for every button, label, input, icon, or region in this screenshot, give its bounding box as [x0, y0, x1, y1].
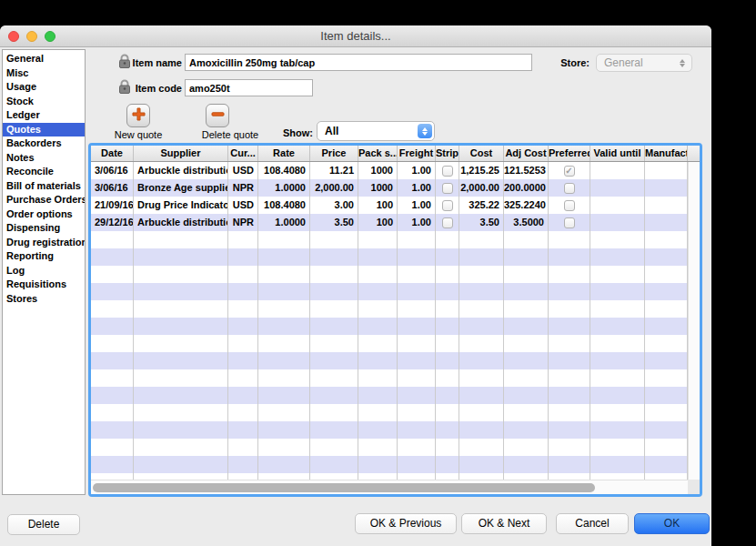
cell-supplier [134, 335, 228, 352]
store-select[interactable]: General [596, 54, 692, 72]
column-header-cur[interactable]: Cur... [228, 146, 258, 161]
column-header-pack[interactable]: Pack s... [358, 146, 398, 161]
cell-valid_until [590, 421, 645, 439]
column-header-price[interactable]: Price [310, 146, 358, 161]
new-quote-button[interactable] [126, 104, 150, 127]
cell-strip [436, 179, 459, 197]
delete-button[interactable]: Delete [7, 514, 80, 535]
horizontal-scrollbar[interactable] [91, 480, 688, 494]
column-header-freight[interactable]: Freight [398, 146, 436, 161]
cell-valid_until [590, 283, 645, 300]
sidebar-item-stores[interactable]: Stores [3, 292, 85, 307]
cell-date [91, 369, 134, 387]
cell-preferred [549, 248, 590, 266]
cell-preferred [549, 439, 590, 456]
cell-valid_until [590, 162, 645, 179]
delete-quote-button[interactable] [206, 104, 229, 127]
sidebar-item-ledger[interactable]: Ledger [3, 108, 85, 123]
sidebar-item-stock[interactable]: Stock [3, 95, 85, 109]
cell-pack [358, 231, 398, 248]
cell-preferred [549, 179, 590, 197]
minimize-window-button[interactable] [26, 31, 37, 42]
cell-valid_until [590, 197, 645, 214]
cell-strip [436, 456, 459, 473]
sidebar-item-notes[interactable]: Notes [3, 151, 85, 166]
preferred-checkbox[interactable]: ✓ [564, 166, 575, 177]
sidebar-item-purchase-orders[interactable]: Purchase Orders [3, 193, 85, 207]
cell-freight [398, 387, 436, 404]
quote-row[interactable]: 29/12/16Arbuckle distributionNPR1.00003.… [91, 214, 688, 231]
sidebar-item-usage[interactable]: Usage [3, 80, 85, 95]
column-header-valid_until[interactable]: Valid until [590, 146, 645, 161]
cell-manufacturer [645, 335, 688, 352]
cancel-button[interactable]: Cancel [556, 513, 629, 534]
quote-row[interactable]: 3/06/16Bronze Age suppliesNPR1.00002,000… [91, 179, 688, 197]
show-filter-select[interactable]: All [317, 121, 435, 141]
cell-supplier: Bronze Age supplies [134, 179, 228, 197]
cell-cur [228, 318, 258, 335]
ok-next-button[interactable]: OK & Next [461, 513, 547, 534]
strip-checkbox[interactable] [442, 217, 453, 228]
cell-pack: 100 [358, 214, 398, 231]
sidebar-item-requisitions[interactable]: Requisitions [3, 278, 85, 292]
cell-price [310, 352, 358, 369]
cell-date [91, 231, 134, 248]
sidebar-item-dispensing[interactable]: Dispensing [3, 221, 85, 236]
horizontal-scrollbar-thumb[interactable] [93, 483, 595, 492]
sidebar-item-reconcile[interactable]: Reconcile [3, 165, 85, 179]
strip-checkbox[interactable] [442, 166, 453, 177]
sidebar-item-reporting[interactable]: Reporting [3, 249, 85, 264]
cell-price: 11.21 [310, 162, 358, 179]
column-header-preferred[interactable]: Preferred [549, 146, 590, 161]
item-code-input[interactable] [185, 79, 313, 96]
ok-button[interactable]: OK [634, 513, 710, 534]
cell-rate [258, 318, 310, 335]
cell-price [310, 248, 358, 266]
cell-adj_cost [504, 456, 549, 473]
strip-checkbox[interactable] [442, 200, 453, 211]
column-header-manufacturer[interactable]: Manufact.. [645, 146, 688, 161]
cell-date [91, 335, 134, 352]
column-header-supplier[interactable]: Supplier [134, 146, 228, 161]
preferred-checkbox[interactable] [564, 200, 575, 211]
column-header-date[interactable]: Date [91, 146, 134, 161]
titlebar[interactable]: Item details... [0, 25, 711, 47]
vertical-scrollbar[interactable] [688, 162, 700, 480]
cell-adj_cost [504, 248, 549, 266]
sidebar-item-order-options[interactable]: Order options [3, 207, 85, 222]
close-window-button[interactable] [8, 31, 19, 42]
preferred-checkbox[interactable] [564, 183, 575, 194]
column-header-rate[interactable]: Rate [258, 146, 310, 161]
cell-supplier [134, 421, 228, 439]
sidebar-item-log[interactable]: Log [3, 264, 85, 278]
column-header-strip[interactable]: Strip [436, 146, 459, 161]
sidebar-item-backorders[interactable]: Backorders [3, 136, 85, 151]
cell-valid_until [590, 214, 645, 231]
cell-preferred [549, 318, 590, 335]
cell-adj_cost [504, 231, 549, 248]
cell-supplier [134, 300, 228, 318]
cell-cost [459, 335, 504, 352]
sidebar-item-misc[interactable]: Misc [3, 66, 85, 81]
zoom-window-button[interactable] [45, 31, 55, 42]
sidebar-item-general[interactable]: General [3, 52, 85, 66]
sidebar-item-bill-of-materials[interactable]: Bill of materials [3, 179, 85, 194]
column-header-adj_cost[interactable]: Adj Cost [504, 146, 549, 161]
item-name-input[interactable] [185, 54, 532, 71]
quote-row[interactable]: 21/09/16Drug Price IndicatorUSD108.40803… [91, 197, 688, 214]
sidebar-item-drug-registration[interactable]: Drug registration [3, 236, 85, 250]
traffic-lights [8, 31, 55, 42]
cell-adj_cost: 325.2240 [504, 197, 549, 214]
cell-price [310, 456, 358, 473]
cell-adj_cost [504, 387, 549, 404]
cell-date [91, 352, 134, 369]
strip-checkbox[interactable] [442, 183, 453, 194]
quote-row[interactable]: 3/06/16Arbuckle distributionUSD108.40801… [91, 162, 688, 179]
column-header-cost[interactable]: Cost [459, 146, 504, 161]
ok-previous-button[interactable]: OK & Previous [355, 513, 457, 534]
cell-cur [228, 387, 258, 404]
empty-row [91, 421, 688, 439]
preferred-checkbox[interactable] [564, 217, 575, 228]
cell-price: 3.00 [310, 197, 358, 214]
sidebar-item-quotes[interactable]: Quotes [3, 123, 85, 137]
